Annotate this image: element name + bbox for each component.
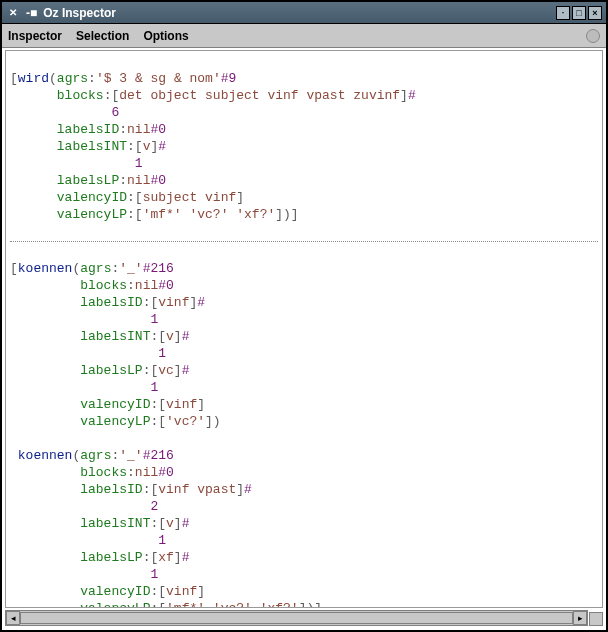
scroll-track[interactable] [20,611,573,625]
close-button[interactable]: × [588,6,602,20]
window-title: Oz Inspector [43,6,556,20]
menu-inspector[interactable]: Inspector [8,29,62,43]
record-wird[interactable]: [wird(agrs:'$ 3 & sg & nom'#9 blocks:[de… [10,70,598,223]
record-koennen-2[interactable]: koennen(agrs:'_'#216 blocks:nil#0 labels… [10,447,598,608]
window-titlebar: ✕ -■ Oz Inspector · □ × [2,2,606,24]
resize-grip-icon[interactable] [589,612,603,626]
menu-bar: Inspector Selection Options [2,24,606,48]
scroll-thumb[interactable] [20,612,573,624]
menu-selection[interactable]: Selection [76,29,129,43]
record-koennen-1[interactable]: [koennen(agrs:'_'#216 blocks:nil#0 label… [10,260,598,430]
horizontal-scrollbar[interactable]: ◂ ▸ [5,610,588,626]
status-indicator-icon [586,29,600,43]
scroll-left-icon[interactable]: ◂ [6,611,20,625]
scroll-right-icon[interactable]: ▸ [573,611,587,625]
window-dash-icon: -■ [26,6,37,20]
maximize-button[interactable]: □ [572,6,586,20]
minimize-button[interactable]: · [556,6,570,20]
inspector-content[interactable]: [wird(agrs:'$ 3 & sg & nom'#9 blocks:[de… [5,50,603,608]
menu-options[interactable]: Options [143,29,188,43]
separator [10,241,598,242]
window-icon: ✕ [6,6,20,20]
